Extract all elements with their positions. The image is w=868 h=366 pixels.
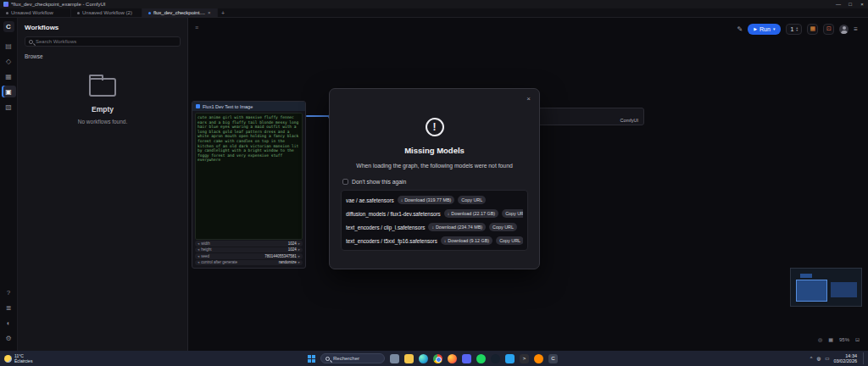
photos-app-icon[interactable]	[390, 354, 399, 363]
run-button[interactable]: ▶ Run ▾	[748, 24, 781, 35]
graph-minimap[interactable]	[790, 268, 862, 307]
node-library-icon[interactable]: ◇	[2, 55, 16, 67]
workflow-search-input[interactable]	[36, 39, 176, 44]
run-options-caret-icon[interactable]: ▾	[773, 26, 776, 31]
weather-widget[interactable]: 11°C Éclaircies	[4, 351, 32, 366]
maximize-button[interactable]: □	[844, 0, 856, 8]
tab-unsaved-workflow[interactable]: Unsaved Workflow	[0, 8, 71, 17]
user-avatar[interactable]	[839, 25, 849, 34]
canvas-menu-icon[interactable]: ≡	[195, 25, 198, 30]
step-down-icon[interactable]: ▾	[796, 29, 798, 32]
start-button[interactable]	[308, 355, 315, 363]
comfyui-window: *flux_dev_checkpoint_example - ComfyUI —…	[0, 0, 868, 366]
steam-app-icon[interactable]	[491, 354, 500, 363]
batch-count-stepper[interactable]: 1 ▴ ▾	[786, 24, 802, 35]
help-icon[interactable]: ?	[2, 286, 16, 298]
workflows-icon[interactable]: ▣	[2, 86, 16, 97]
increment-icon[interactable]: ▸	[298, 241, 300, 246]
copy-url-button[interactable]: Copy URL	[502, 209, 523, 218]
increment-icon[interactable]: ▸	[298, 254, 300, 258]
decrement-icon[interactable]: ◂	[198, 241, 199, 246]
vscode-app-icon[interactable]	[505, 354, 515, 363]
new-tab-button[interactable]: +	[218, 8, 229, 17]
tab-flux-dev-checkpoint[interactable]: flux_dev_checkpoint.... ×	[142, 8, 218, 17]
firefox-browser-icon[interactable]	[448, 354, 457, 363]
file-explorer-icon[interactable]	[404, 354, 414, 363]
download-button[interactable]: ↓ Download (9.12 GB)	[441, 236, 492, 245]
flux-text-to-image-node[interactable]: Flux1 Dev Text to Image cute anime girl …	[192, 101, 306, 269]
fit-view-icon[interactable]: ⊡	[855, 336, 860, 342]
queue-button[interactable]: ▦	[807, 24, 818, 35]
tab-label: flux_dev_checkpoint....	[153, 10, 205, 15]
workflows-panel-title: Workflows	[18, 18, 187, 36]
copy-url-button[interactable]: Copy URL	[489, 223, 517, 231]
play-icon: ▶	[754, 26, 757, 31]
decrement-icon[interactable]: ◂	[198, 260, 199, 264]
node-group-title: Flux1 Dev Text to Image	[203, 104, 253, 109]
workflow-search-box[interactable]	[25, 36, 181, 47]
widget-label: height	[201, 247, 211, 252]
increment-icon[interactable]: ▸	[298, 247, 300, 252]
dont-show-again-row: Don't show this again	[342, 179, 539, 185]
height-widget[interactable]: ◂ height 1024 ▸	[195, 247, 303, 253]
discord-app-icon[interactable]	[462, 354, 471, 363]
chrome-browser-icon[interactable]	[433, 354, 442, 363]
manager-button[interactable]: ⊡	[823, 24, 834, 35]
settings-icon[interactable]: ⚙	[2, 332, 16, 344]
widget-label: seed	[201, 254, 209, 258]
copy-url-button[interactable]: Copy URL	[496, 236, 523, 245]
tab-dot-icon	[77, 12, 80, 14]
seed-widget[interactable]: ◂ seed 780144055347581 ▸	[195, 253, 303, 259]
stepper-arrows[interactable]: ▴ ▾	[796, 26, 798, 32]
increment-icon[interactable]: ▸	[298, 260, 300, 264]
canvas-toolbar: ✎ ▶ Run ▾ 1 ▴ ▾ ▦ ⊡ ≡	[737, 23, 858, 35]
taskbar-clock[interactable]: 14:34 03/02/2026	[833, 353, 857, 364]
dialog-close-icon[interactable]: ×	[526, 95, 531, 103]
tab-dot-icon	[6, 12, 8, 14]
search-icon	[29, 40, 33, 44]
workflows-empty-state: Empty No workflows found.	[18, 78, 187, 125]
tab-unsaved-workflow-2[interactable]: Unsaved Workflow (2)	[71, 8, 142, 17]
decrement-icon[interactable]: ◂	[198, 254, 199, 258]
prompt-textarea[interactable]: cute anime girl with massive fluffy fenn…	[195, 113, 303, 240]
control-after-generate-widget[interactable]: ◂ control after generate randomize ▸	[195, 260, 303, 266]
comfyui-logo-icon: C	[3, 21, 14, 32]
terminal-app-icon[interactable]: >	[520, 354, 529, 363]
download-button[interactable]: ↓ Download (234.74 MB)	[428, 223, 486, 231]
queue-icon[interactable]: ▤	[2, 40, 16, 52]
shortcuts-icon[interactable]: ≣	[2, 302, 16, 313]
main-menu-icon[interactable]: ≡	[854, 25, 858, 33]
toggle-grid-icon[interactable]: ▦	[828, 336, 833, 342]
dont-show-again-checkbox[interactable]	[342, 179, 348, 185]
zoom-level-value[interactable]: 95%	[839, 337, 849, 342]
comfyui-app-icon[interactable]: C	[548, 354, 558, 363]
model-library-icon[interactable]: ▦	[2, 70, 16, 82]
dialog-subtitle: When loading the graph, the following mo…	[330, 163, 539, 169]
node-group-header[interactable]: Flux1 Dev Text to Image	[192, 102, 305, 111]
close-button[interactable]: ×	[856, 0, 868, 8]
tab-close-icon[interactable]: ×	[208, 10, 211, 15]
workflows-panel: Workflows Browse Empty No workflows foun…	[18, 18, 188, 351]
show-desktop-button[interactable]	[863, 352, 865, 364]
workflow-tab-bar: Unsaved Workflow Unsaved Workflow (2) fl…	[0, 8, 868, 18]
decrement-icon[interactable]: ◂	[198, 247, 199, 252]
focus-view-icon[interactable]: ◎	[818, 336, 822, 342]
vlc-app-icon[interactable]	[534, 354, 543, 363]
dont-show-again-label: Don't show this again	[352, 179, 406, 185]
minimize-button[interactable]: —	[832, 0, 844, 8]
download-button[interactable]: ↓ Download (22.17 GB)	[444, 209, 498, 218]
battery-icon[interactable]: ▭	[825, 356, 829, 361]
hidden-icons-chevron-icon[interactable]: ^	[810, 356, 813, 361]
copy-url-button[interactable]: Copy URL	[458, 196, 486, 204]
network-icon[interactable]: ◍	[816, 356, 821, 361]
templates-icon[interactable]: ▧	[2, 101, 16, 113]
download-icon: ↓	[431, 225, 434, 230]
theme-icon[interactable]: ◐	[2, 317, 16, 329]
taskbar-search[interactable]: Rechercher	[320, 353, 385, 363]
spotify-app-icon[interactable]	[476, 354, 486, 363]
edit-pencil-icon[interactable]: ✎	[737, 25, 743, 33]
model-name: text_encoders / clip_l.safetensors	[346, 225, 425, 230]
width-widget[interactable]: ◂ width 1024 ▸	[195, 241, 303, 247]
edge-browser-icon[interactable]	[419, 354, 428, 363]
download-button[interactable]: ↓ Download (319.77 MB)	[398, 196, 455, 204]
